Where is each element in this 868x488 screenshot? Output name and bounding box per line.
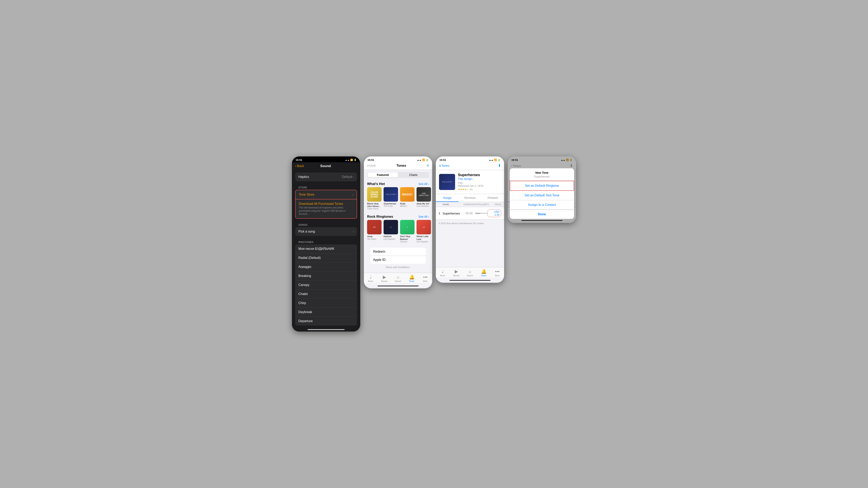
album-art-jo: J <box>400 220 414 234</box>
list-icon-2[interactable]: ≡ <box>427 163 429 168</box>
battery-icon-2: 🔋 <box>426 159 429 161</box>
download-row[interactable]: Download All Purchased Tones This will d… <box>295 199 357 219</box>
album-item-wl[interactable]: LZ Whole Lotta Love Led Zeppelin <box>416 220 431 242</box>
ringtone-item-3[interactable]: Breaking <box>295 271 357 281</box>
tab-search-3[interactable]: ⌕ Search <box>464 269 476 277</box>
redeem-row[interactable]: Redeem <box>370 248 426 256</box>
tab-music-2[interactable]: ♩ Music <box>365 274 377 282</box>
nav-bar-2: ◂ Clock Tones ≡ <box>364 162 432 170</box>
tone-store-row[interactable]: Tone Store › <box>295 190 357 199</box>
back-button-1[interactable]: ‹ Back <box>295 164 304 168</box>
th-pop-3: POPULARITY <box>475 203 487 206</box>
tab-search-2[interactable]: ⌕ Search <box>392 274 404 282</box>
popup-overlay: New Tone "Superheroes" Set as Default Ri… <box>508 157 576 223</box>
album-art-lz-p: LZ <box>383 220 398 234</box>
album-art-jo-p: J <box>400 220 414 234</box>
album-art-vh: VH <box>367 220 381 234</box>
see-all-1[interactable]: See All › <box>418 182 429 186</box>
ringtone-item-6[interactable]: Chirp <box>295 299 357 308</box>
tab-songs-3[interactable]: Songs <box>436 194 459 202</box>
tab-tones-label-3: Tones <box>481 274 487 277</box>
track-price-btn-3[interactable]: USD 1.29 <box>487 209 501 217</box>
album-item-vh[interactable]: VH Jump Van Halen <box>367 220 381 242</box>
album-name-ch: Blame (feat. John Newm... <box>367 202 381 208</box>
popup-title: New Tone <box>510 168 574 175</box>
album-item-ch[interactable]: CALVIN HARRIS BLAME Blame (feat. John Ne… <box>367 187 381 210</box>
tab-movies-2[interactable]: ▶ Movies <box>378 274 391 282</box>
song-stars-count-3: (6) <box>470 188 472 191</box>
segment-featured[interactable]: Featured <box>368 172 398 177</box>
tab-more-3[interactable]: ••• More <box>491 269 503 277</box>
tab-more-label-2: More <box>423 280 428 282</box>
tab-music-3[interactable]: ♩ Music <box>437 269 449 277</box>
back-clock-2[interactable]: ◂ Clock <box>367 164 376 167</box>
song-artist-3[interactable]: The Script › <box>458 177 501 181</box>
album-art-ch: CALVIN HARRIS BLAME <box>367 187 381 202</box>
store-bottom-section: Redeem Apple ID: <box>370 248 426 264</box>
album-item-lz[interactable]: LZ Kashmir Led Zeppelin <box>383 220 398 242</box>
popup-action-ringtone[interactable]: Set as Default Ringtone <box>510 181 574 191</box>
ringtone-item-7[interactable]: Daybreak <box>295 308 357 317</box>
haptics-value: Default <box>342 175 352 179</box>
track-row-3[interactable]: 1 Superheroes 00:30 USD 1.29 <box>436 207 504 220</box>
whats-hot-title: What's Hot <box>367 182 385 186</box>
song-info-3: Superheroes The Script › Pop Released Ja… <box>458 173 501 191</box>
ringtone-name-0: Моя песня БУДИЛЬНИК <box>299 247 334 251</box>
th-dur-3: DURATION <box>463 203 475 206</box>
popup-action-text-tone[interactable]: Set as Default Text Tone <box>510 191 574 200</box>
tab-search-icon-3: ⌕ <box>469 269 471 274</box>
album-item-od[interactable]: ONE DIRECTION Steal My Girl One Directio… <box>416 187 431 210</box>
track-list-header-3: NAME DURATION POPULARITY PRICE <box>436 202 504 207</box>
terms-link[interactable]: Terms and Conditions › <box>367 264 429 271</box>
ringtone-item-1[interactable]: Radial (Default) <box>295 254 357 262</box>
album-name-lz: Kashmir <box>383 235 398 238</box>
haptics-row[interactable]: Haptics Default › <box>295 172 357 181</box>
tab-more-label-3: More <box>495 274 500 277</box>
tab-related-3[interactable]: Related <box>482 194 504 202</box>
album-artist-vh: Van Halen <box>367 238 381 240</box>
album-item-script[interactable]: THE SCRIPT Superheroes The Script <box>383 187 398 210</box>
segment-charts[interactable]: Charts <box>398 172 429 177</box>
tab-music-icon-3: ♩ <box>442 269 444 274</box>
home-indicator-3 <box>450 280 491 281</box>
ringtone-item-4[interactable]: Canopy <box>295 281 357 290</box>
tab-more-2[interactable]: ••• More <box>419 274 431 282</box>
song-art-3: THE SCRIPT <box>439 174 455 190</box>
tab-reviews-3[interactable]: Reviews <box>459 194 481 202</box>
apple-id-row[interactable]: Apple ID: <box>370 256 426 264</box>
ringtone-item-5[interactable]: Chalet <box>295 290 357 299</box>
rock-scroll: VH Jump Van Halen LZ Kashmir Led Zeppeli… <box>364 220 432 246</box>
apple-id-label: Apple ID: <box>373 258 386 262</box>
ringtone-item-0[interactable]: Моя песня БУДИЛЬНИК <box>295 245 357 254</box>
back-tones-3[interactable]: ◂ Tones <box>439 164 450 167</box>
tab-movies-3[interactable]: ▶ Movies <box>450 269 462 277</box>
price-btn-3[interactable]: USD 1.29 <box>487 209 501 217</box>
album-item-magic[interactable]: MAGIC! Rude MAGIC! <box>400 187 414 210</box>
popup-done-button[interactable]: Done <box>510 210 574 219</box>
share-icon-3[interactable]: ⬆ <box>498 163 501 168</box>
tab-more-icon-2: ••• <box>423 274 428 280</box>
tab-tones-2[interactable]: 🔔 Tones <box>406 274 418 282</box>
ringtone-name-1: Radial (Default) <box>299 256 321 260</box>
whats-hot-scroll: CALVIN HARRIS BLAME Blame (feat. John Ne… <box>364 187 432 213</box>
album-art-magic-placeholder: MAGIC! <box>400 187 414 202</box>
album-item-jo[interactable]: J Don't Stop Believin' Journey <box>400 220 414 242</box>
tab-tones-3[interactable]: 🔔 Tones <box>477 269 490 277</box>
settings-content: Haptics Default › STORE Tone Store › Dow… <box>292 170 360 331</box>
track-dur-3: 00:30 <box>463 212 475 215</box>
ringtone-name-8: Departure <box>299 319 313 323</box>
battery-icon-1: 🔋 <box>354 159 356 161</box>
pop-bar-3 <box>475 213 487 214</box>
see-all-2[interactable]: See All › <box>418 215 429 218</box>
rock-title: Rock Ringtones <box>367 215 393 219</box>
ringtone-item-8[interactable]: Departure <box>295 317 357 326</box>
screen4-new-tone: 15:51 ▲▲ 📶 🔋 ‹ Tones ⬆ THE SCRIPT Superh… <box>508 157 576 223</box>
pick-a-song-row[interactable]: Pick a song › <box>295 227 357 236</box>
battery-icon-3: 🔋 <box>498 159 500 161</box>
album-name-vh: Jump <box>367 235 381 238</box>
ringtone-item-2[interactable]: Arpeggio <box>295 262 357 271</box>
album-artist-script: The Script <box>383 205 398 207</box>
empty-space-3 <box>436 227 504 267</box>
popup-action-contact[interactable]: Assign to a Contact <box>510 200 574 210</box>
th-num-3 <box>439 203 443 206</box>
